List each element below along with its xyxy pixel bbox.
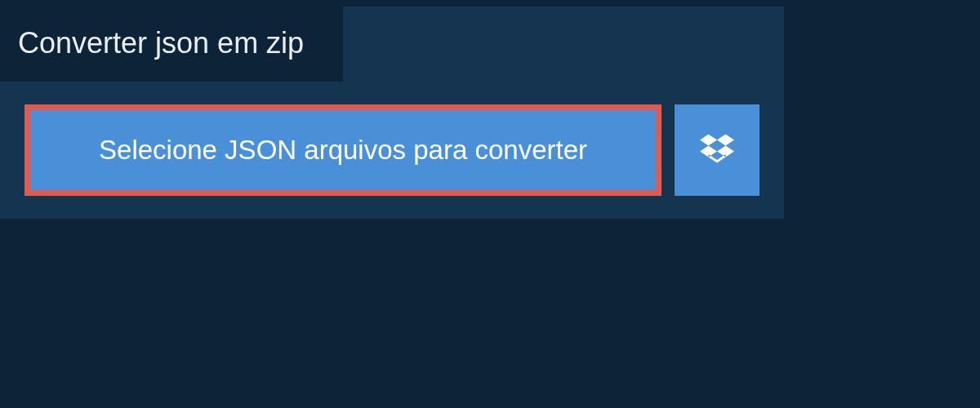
tab-title-text: Converter json em zip	[18, 26, 304, 60]
select-files-label: Selecione JSON arquivos para converter	[99, 135, 587, 166]
converter-panel: Converter json em zip Selecione JSON arq…	[0, 7, 784, 219]
dropbox-button[interactable]	[675, 104, 760, 196]
button-row: Selecione JSON arquivos para converter	[0, 82, 784, 219]
dropbox-icon	[700, 131, 734, 169]
page-title: Converter json em zip	[0, 7, 343, 82]
select-files-button[interactable]: Selecione JSON arquivos para converter	[24, 104, 662, 196]
